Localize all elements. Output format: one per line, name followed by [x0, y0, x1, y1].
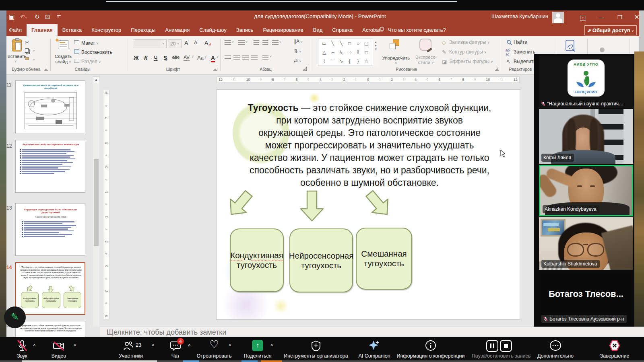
- clear-format-button[interactable]: А◢: [204, 40, 211, 46]
- account-name[interactable]: Шахметова Кульбаршин: [463, 14, 548, 19]
- slide-canvas[interactable]: Тугоухость — это стойкое снижение слухов…: [217, 90, 520, 319]
- numbering-icon[interactable]: [238, 40, 245, 46]
- decrease-indent-icon[interactable]: [254, 40, 259, 46]
- cut-icon[interactable]: ✂: [25, 39, 29, 45]
- participant-tile-org[interactable]: АИБД УГПО ННПЦ РСИО "Национальный научно…: [539, 56, 633, 108]
- pause-record-icon[interactable]: [486, 340, 498, 352]
- video-button[interactable]: Видео: [47, 337, 70, 360]
- redo-icon[interactable]: ↻: [35, 13, 40, 21]
- align-left-icon[interactable]: [225, 55, 231, 60]
- bullets-icon[interactable]: [225, 40, 231, 46]
- quick-styles-button[interactable]: Экспресс-стили ˅: [413, 55, 439, 66]
- new-slide-button[interactable]: Создать слайд ˅: [52, 54, 75, 65]
- slideshow-icon[interactable]: ⊡: [45, 13, 50, 21]
- justify-icon[interactable]: [251, 55, 258, 60]
- video-options-caret[interactable]: ˄: [74, 343, 76, 348]
- shape-outline-button[interactable]: Контур фигуры ˅: [449, 49, 487, 55]
- ai-companion-button[interactable]: AI Companion: [354, 337, 394, 360]
- thumbnail-slide-12[interactable]: Акустические свойства звукового анализат…: [15, 140, 85, 193]
- thumbnails-scroll-thumb[interactable]: [94, 159, 99, 246]
- font-size-combo[interactable]: 20˅: [168, 39, 182, 48]
- save-icon[interactable]: ▣: [9, 13, 14, 21]
- reset-button[interactable]: Восстановить: [81, 49, 112, 55]
- change-case-button[interactable]: Aa: [197, 55, 204, 61]
- adobe-pdf-icon[interactable]: [564, 39, 577, 54]
- annotation-pencil-button[interactable]: ✎: [4, 306, 26, 328]
- italic-button[interactable]: К: [144, 55, 148, 61]
- format-painter-icon[interactable]: [25, 57, 29, 60]
- audio-options-caret[interactable]: ˄: [33, 343, 35, 348]
- arrange-button[interactable]: Упорядочить˅: [380, 56, 412, 65]
- shape-effects-button[interactable]: Эффекты фигуры ˅: [449, 59, 493, 64]
- record-pause-stop-button[interactable]: Пауза/остановить запись: [467, 337, 535, 360]
- avatar[interactable]: [552, 12, 564, 23]
- select-button[interactable]: Выделить: [514, 59, 536, 64]
- section-button[interactable]: Раздел ˅: [81, 59, 101, 64]
- participant-tile-aknazken[interactable]: Aknazken Kondybayeva: [539, 165, 633, 216]
- font-color-button[interactable]: А: [211, 55, 215, 62]
- increase-indent-icon[interactable]: [262, 40, 268, 46]
- quick-styles-icon[interactable]: [419, 39, 431, 51]
- undo-icon[interactable]: ↶˅: [20, 13, 27, 22]
- thumbnail-slide-14[interactable]: Тугоухость — это стойкое снижение слухов…: [15, 262, 85, 315]
- thumbnail-slide-15[interactable]: Тугоухость — это стойкое снижение слухов…: [15, 321, 85, 337]
- participants-button[interactable]: Участники 23: [119, 337, 143, 360]
- participant-tile-botagoz[interactable]: Ботагоз Тлесов... Ботагоз Тлесовна Ауэзо…: [539, 271, 633, 325]
- stop-record-icon[interactable]: [500, 340, 512, 352]
- thumbnails-scroll-up[interactable]: ▲: [93, 76, 99, 83]
- participants-caret[interactable]: ˄: [152, 343, 154, 348]
- arrange-icon[interactable]: [390, 39, 400, 50]
- qat-more-icon[interactable]: ˅: [57, 13, 61, 19]
- bold-button[interactable]: Ж: [134, 55, 139, 61]
- box-sensorineural[interactable]: Нейросенсорнаятугоухость: [289, 228, 353, 292]
- shrink-font-button[interactable]: Аˇ: [194, 40, 198, 45]
- chat-button[interactable]: Чат 4: [167, 337, 184, 360]
- meeting-info-button[interactable]: Информация о конференции: [394, 337, 467, 360]
- notes-placeholder[interactable]: Щелкните, чтобы добавить заметки: [107, 328, 226, 337]
- close-button[interactable]: ✕: [629, 10, 644, 24]
- clipboard-dialog-launcher[interactable]: [44, 67, 48, 71]
- participant-tile-kogai[interactable]: Когай Ляйля: [539, 109, 633, 164]
- shape-fill-button[interactable]: Заливка фигуры ˅: [449, 39, 489, 45]
- thumbnail-slide-11[interactable]: Уровни интенсивности звуковой активности…: [15, 80, 85, 133]
- minimize-button[interactable]: —: [593, 10, 609, 24]
- columns-icon[interactable]: [262, 55, 268, 60]
- audio-button[interactable]: Звук: [12, 337, 32, 360]
- underline-button[interactable]: Ч: [154, 55, 157, 61]
- char-spacing-button[interactable]: AV: [184, 55, 190, 61]
- paragraph-dialog-launcher[interactable]: [303, 67, 307, 71]
- restore-button[interactable]: ❐: [612, 10, 628, 24]
- react-caret[interactable]: ˄: [229, 343, 231, 348]
- find-button[interactable]: Найти: [514, 39, 527, 45]
- chat-caret[interactable]: ˄: [188, 343, 190, 348]
- addin-icon[interactable]: [600, 47, 605, 52]
- end-meeting-button[interactable]: Завершение: [588, 337, 641, 360]
- strike-button[interactable]: abc: [172, 55, 180, 60]
- replace-button[interactable]: Заменить: [514, 49, 535, 55]
- text-direction-icon[interactable]: ∥A ˅: [294, 39, 302, 44]
- font-name-combo[interactable]: ˅: [133, 39, 167, 48]
- layout-button[interactable]: Макет ˅: [81, 40, 99, 46]
- box-mixed[interactable]: Смешаннаятугоухость: [356, 228, 412, 290]
- slide-paragraph[interactable]: Тугоухость — это стойкое снижение слухов…: [229, 102, 510, 189]
- smartart-icon[interactable]: ⇄ ˅: [294, 58, 301, 64]
- participant-tile-kulbarshin[interactable]: Kulbarshin Shakhmetova: [539, 217, 633, 270]
- align-text-icon[interactable]: ⇅ ˅: [294, 48, 301, 54]
- drawing-dialog-launcher[interactable]: [495, 67, 499, 71]
- shadow-button[interactable]: S: [163, 55, 167, 61]
- line-spacing-icon[interactable]: [272, 40, 279, 46]
- host-tools-button[interactable]: Инструменты организатора: [282, 337, 350, 360]
- react-button[interactable]: ♡ Отреагировать: [201, 337, 227, 360]
- font-dialog-launcher[interactable]: [213, 67, 217, 71]
- shapes-gallery-scroll[interactable]: ▲▼⊽: [373, 39, 378, 66]
- share-screen-button[interactable]: ↑ Поделиться: [246, 337, 270, 360]
- paste-icon[interactable]: [12, 39, 22, 51]
- horizontal-ruler[interactable]: 1211109876543210123456789101112: [217, 76, 520, 83]
- align-center-icon[interactable]: [233, 55, 240, 60]
- box-conductive[interactable]: Кондуктивнаятугоухость: [230, 228, 284, 292]
- grow-font-button[interactable]: Аˆ: [184, 40, 189, 46]
- new-slide-icon[interactable]: ✹: [58, 40, 68, 49]
- thumbnail-slide-13[interactable]: Коррекция слуха должна быть обязательно …: [15, 203, 85, 256]
- share-access-button[interactable]: ⬈ Общий доступ ˅: [584, 25, 637, 35]
- tell-me-search[interactable]: Что вы хотите сделать?: [379, 24, 446, 36]
